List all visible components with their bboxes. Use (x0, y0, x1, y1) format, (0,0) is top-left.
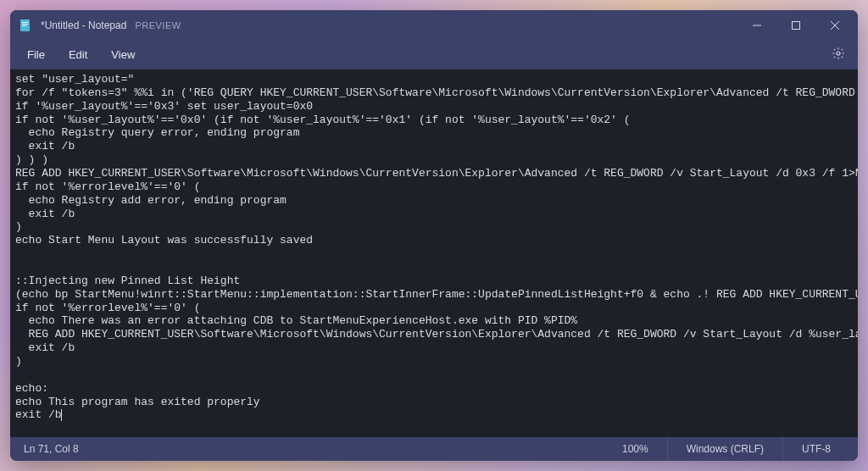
svg-rect-3 (22, 25, 26, 26)
status-line-ending[interactable]: Windows (CRLF) (667, 437, 782, 461)
status-zoom[interactable]: 100% (604, 437, 667, 461)
menu-view[interactable]: View (99, 44, 147, 65)
svg-rect-1 (22, 22, 28, 23)
window-title: *Untitled - Notepad (41, 19, 126, 31)
svg-rect-4 (753, 25, 761, 26)
status-encoding[interactable]: UTF-8 (782, 437, 849, 461)
svg-rect-2 (22, 24, 28, 25)
notepad-window: *Untitled - Notepad PREVIEW File Edit Vi… (10, 10, 858, 461)
menu-edit[interactable]: Edit (57, 44, 99, 65)
status-cursor-position[interactable]: Ln 71, Col 8 (19, 443, 79, 455)
notepad-icon (19, 19, 32, 32)
menubar: File Edit View (10, 41, 858, 69)
window-controls (737, 10, 854, 41)
text-editor[interactable]: set "user_layout=" for /f "tokens=3" %%i… (10, 69, 858, 437)
menu-file[interactable]: File (15, 44, 57, 65)
minimize-button[interactable] (737, 10, 776, 41)
preview-badge: PREVIEW (135, 20, 181, 30)
maximize-button[interactable] (776, 10, 815, 41)
titlebar[interactable]: *Untitled - Notepad PREVIEW (10, 10, 858, 41)
svg-rect-5 (793, 22, 800, 30)
text-cursor (61, 409, 62, 421)
svg-point-6 (837, 52, 840, 55)
statusbar: Ln 71, Col 8 100% Windows (CRLF) UTF-8 (10, 437, 858, 461)
settings-button[interactable] (824, 43, 853, 67)
editor-content: set "user_layout=" for /f "tokens=3" %%i… (15, 73, 858, 421)
gear-icon (832, 47, 845, 63)
close-button[interactable] (815, 10, 854, 41)
